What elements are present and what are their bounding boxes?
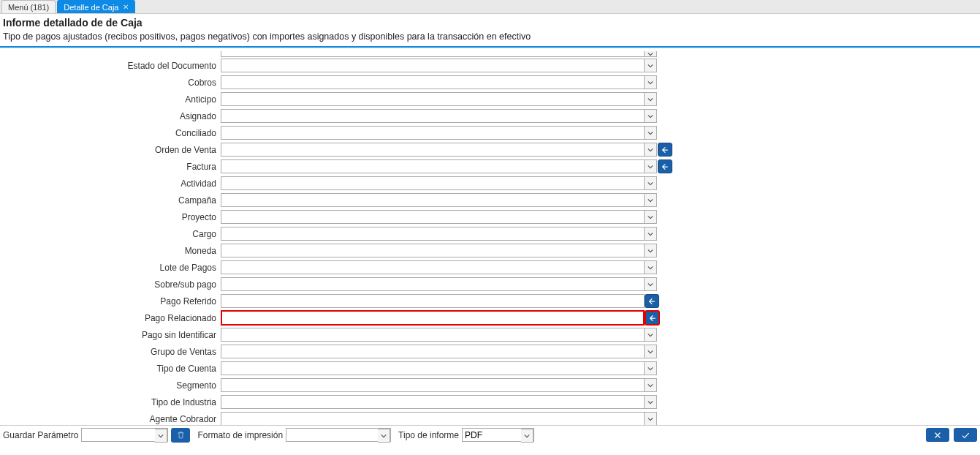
- form-row: Moneda: [0, 242, 980, 259]
- field-label: Cargo: [0, 229, 221, 239]
- page-title: Informe detallado de de Caja: [3, 17, 977, 29]
- chevron-down-icon[interactable]: [645, 210, 657, 224]
- tab-menu-label: Menú (181): [8, 3, 49, 12]
- field-cell: [221, 59, 657, 72]
- close-icon: [932, 430, 943, 440]
- field-label: Actividad: [0, 178, 221, 189]
- field-input[interactable]: [221, 378, 645, 392]
- print-format-select[interactable]: [286, 428, 391, 442]
- field-input[interactable]: [221, 395, 645, 409]
- confirm-button[interactable]: [954, 428, 977, 442]
- chevron-down-icon[interactable]: [645, 51, 657, 57]
- field-cell: [221, 310, 660, 326]
- field-input[interactable]: [221, 244, 645, 257]
- chevron-down-icon[interactable]: [645, 75, 657, 89]
- field-input[interactable]: [221, 260, 645, 274]
- field-input[interactable]: [221, 294, 645, 308]
- chevron-down-icon[interactable]: [155, 429, 167, 443]
- cancel-button[interactable]: [926, 428, 949, 442]
- field-input[interactable]: [221, 210, 645, 224]
- form-row: Sobre/sub pago: [0, 276, 980, 293]
- field-label: Factura: [0, 162, 221, 172]
- field-cell: [221, 412, 657, 425]
- field-label: Lote de Pagos: [0, 263, 221, 273]
- field-input[interactable]: [221, 361, 645, 375]
- field-input[interactable]: [221, 412, 645, 425]
- form-row: Pago Relacionado: [0, 309, 980, 326]
- field-label: Estado del Documento: [0, 61, 221, 71]
- field-input[interactable]: [221, 159, 645, 173]
- chevron-down-icon[interactable]: [645, 227, 657, 241]
- field-input[interactable]: [221, 310, 645, 326]
- form-row: Tipo de Documento: [0, 51, 980, 57]
- form-row: Estado del Documento: [0, 57, 980, 74]
- form-scroll-area[interactable]: Tipo de DocumentoEstado del DocumentoCob…: [0, 48, 980, 425]
- chevron-down-icon[interactable]: [645, 345, 657, 358]
- field-cell: [221, 109, 657, 123]
- field-input[interactable]: [221, 227, 645, 241]
- chevron-down-icon[interactable]: [645, 159, 657, 173]
- field-input[interactable]: [221, 109, 645, 123]
- form-row: Tipo de Industria: [0, 394, 980, 410]
- report-type-input[interactable]: [463, 429, 521, 441]
- lookup-button[interactable]: [658, 159, 672, 173]
- lookup-button[interactable]: [645, 294, 659, 308]
- save-param-input[interactable]: [82, 429, 155, 441]
- chevron-down-icon[interactable]: [378, 429, 390, 443]
- chevron-down-icon[interactable]: [645, 260, 657, 274]
- form-row: Actividad: [0, 175, 980, 192]
- form-row: Cobros: [0, 74, 980, 91]
- chevron-down-icon[interactable]: [645, 59, 657, 72]
- field-input[interactable]: [221, 126, 645, 140]
- field-input[interactable]: [221, 328, 645, 342]
- chevron-down-icon[interactable]: [521, 429, 533, 443]
- chevron-down-icon[interactable]: [645, 176, 657, 190]
- tab-bar: Menú (181) Detalle de Caja ✕: [0, 0, 980, 14]
- lookup-button[interactable]: [645, 310, 660, 326]
- form-row: Proyecto: [0, 208, 980, 225]
- field-label: Grupo de Ventas: [0, 347, 221, 357]
- form-row: Pago Referido: [0, 293, 980, 309]
- field-cell: [221, 176, 657, 190]
- field-input[interactable]: [221, 193, 645, 207]
- field-label: Segmento: [0, 380, 221, 391]
- save-param-select[interactable]: [81, 428, 168, 442]
- chevron-down-icon[interactable]: [645, 92, 657, 106]
- chevron-down-icon[interactable]: [645, 412, 657, 425]
- delete-param-button[interactable]: [171, 428, 190, 443]
- field-input[interactable]: [221, 51, 645, 57]
- field-input[interactable]: [221, 176, 645, 190]
- field-label: Anticipo: [0, 94, 221, 105]
- chevron-down-icon[interactable]: [645, 361, 657, 375]
- field-cell: [221, 260, 657, 274]
- lookup-button[interactable]: [658, 143, 672, 157]
- chevron-down-icon[interactable]: [645, 126, 657, 140]
- field-input[interactable]: [221, 345, 645, 358]
- field-input[interactable]: [221, 92, 645, 106]
- chevron-down-icon[interactable]: [645, 193, 657, 207]
- form-row: Agente Cobrador: [0, 410, 980, 425]
- field-input[interactable]: [221, 277, 645, 291]
- report-type-select[interactable]: [462, 428, 534, 442]
- check-icon: [960, 430, 971, 440]
- field-cell: [221, 395, 657, 409]
- field-cell: [221, 294, 659, 308]
- field-input[interactable]: [221, 75, 645, 89]
- close-icon[interactable]: ✕: [123, 3, 129, 11]
- field-cell: [221, 143, 672, 157]
- chevron-down-icon[interactable]: [645, 378, 657, 392]
- chevron-down-icon[interactable]: [645, 395, 657, 409]
- field-label: Pago sin Identificar: [0, 330, 221, 340]
- field-input[interactable]: [221, 59, 645, 72]
- field-label: Agente Cobrador: [0, 414, 221, 424]
- chevron-down-icon[interactable]: [645, 143, 657, 157]
- tab-menu[interactable]: Menú (181): [1, 0, 56, 13]
- chevron-down-icon[interactable]: [645, 244, 657, 257]
- print-format-input[interactable]: [286, 429, 378, 441]
- chevron-down-icon[interactable]: [645, 328, 657, 342]
- tab-detalle-caja[interactable]: Detalle de Caja ✕: [57, 0, 135, 13]
- field-label: Pago Referido: [0, 296, 221, 307]
- chevron-down-icon[interactable]: [645, 109, 657, 123]
- field-input[interactable]: [221, 143, 645, 157]
- chevron-down-icon[interactable]: [645, 277, 657, 291]
